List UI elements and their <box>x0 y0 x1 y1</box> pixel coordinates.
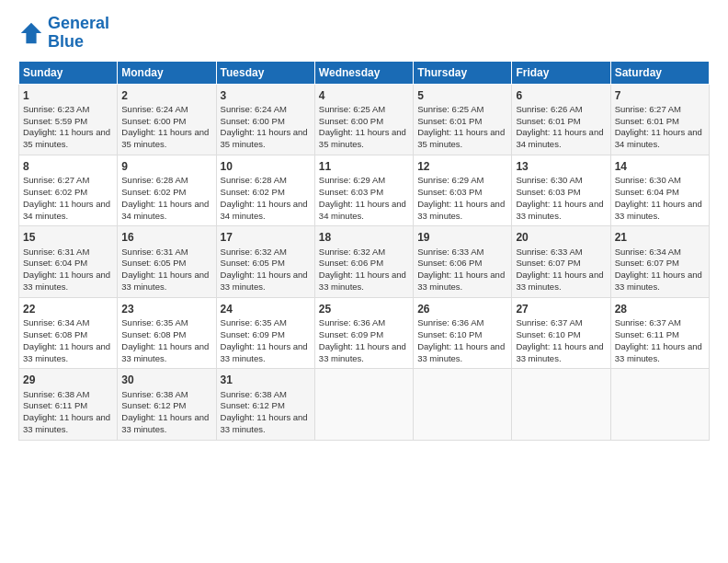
sunrise-label: Sunrise: 6:37 AM <box>615 317 681 327</box>
table-row: 29 Sunrise: 6:38 AM Sunset: 6:11 PM Dayl… <box>19 369 118 440</box>
header-row: Sunday Monday Tuesday Wednesday Thursday… <box>19 61 710 84</box>
sunrise-label: Sunrise: 6:23 AM <box>23 104 89 114</box>
table-row: 24 Sunrise: 6:35 AM Sunset: 6:09 PM Dayl… <box>216 297 314 368</box>
sunrise-label: Sunrise: 6:38 AM <box>221 389 287 399</box>
sunset-label: Sunset: 6:11 PM <box>615 329 679 339</box>
daylight-label: Daylight: 11 hours and 33 minutes. <box>23 270 110 292</box>
day-number: 28 <box>615 302 705 316</box>
table-row: 21 Sunrise: 6:34 AM Sunset: 6:07 PM Dayl… <box>610 226 709 297</box>
sunset-label: Sunset: 6:07 PM <box>516 258 580 268</box>
sunset-label: Sunset: 6:02 PM <box>221 187 285 197</box>
sunrise-label: Sunrise: 6:34 AM <box>615 247 681 257</box>
table-row: 31 Sunrise: 6:38 AM Sunset: 6:12 PM Dayl… <box>216 369 314 440</box>
day-number: 3 <box>221 88 311 103</box>
week-row-4: 22 Sunrise: 6:34 AM Sunset: 6:08 PM Dayl… <box>19 297 710 368</box>
day-number: 15 <box>23 230 113 245</box>
daylight-label: Daylight: 11 hours and 33 minutes. <box>23 341 110 363</box>
sunset-label: Sunset: 6:00 PM <box>319 116 383 126</box>
table-row: 5 Sunrise: 6:25 AM Sunset: 6:01 PM Dayli… <box>414 84 512 155</box>
sunset-label: Sunset: 6:10 PM <box>417 329 482 339</box>
daylight-label: Daylight: 11 hours and 33 minutes. <box>319 270 406 292</box>
sunset-label: Sunset: 6:09 PM <box>319 329 383 339</box>
table-row <box>610 369 709 440</box>
logo-text: General Blue <box>48 15 109 52</box>
daylight-label: Daylight: 11 hours and 33 minutes. <box>221 341 308 363</box>
sunrise-label: Sunrise: 6:26 AM <box>516 104 582 114</box>
table-row: 20 Sunrise: 6:33 AM Sunset: 6:07 PM Dayl… <box>512 226 610 297</box>
sunrise-label: Sunrise: 6:36 AM <box>319 317 385 327</box>
day-number: 9 <box>121 159 211 174</box>
day-number: 17 <box>221 230 311 245</box>
daylight-label: Daylight: 11 hours and 35 minutes. <box>221 127 308 149</box>
table-row: 12 Sunrise: 6:29 AM Sunset: 6:03 PM Dayl… <box>414 155 512 226</box>
sunrise-label: Sunrise: 6:32 AM <box>319 247 385 257</box>
logo-icon <box>18 20 44 46</box>
sunrise-label: Sunrise: 6:38 AM <box>121 389 188 399</box>
week-row-1: 1 Sunrise: 6:23 AM Sunset: 5:59 PM Dayli… <box>19 84 710 155</box>
daylight-label: Daylight: 11 hours and 34 minutes. <box>23 199 110 221</box>
header: General Blue <box>18 15 710 52</box>
table-row: 13 Sunrise: 6:30 AM Sunset: 6:03 PM Dayl… <box>512 155 610 226</box>
daylight-label: Daylight: 11 hours and 35 minutes. <box>23 127 110 149</box>
sunset-label: Sunset: 6:06 PM <box>417 258 482 268</box>
sunset-label: Sunset: 6:01 PM <box>615 116 679 126</box>
sunrise-label: Sunrise: 6:32 AM <box>221 247 287 257</box>
col-friday: Friday <box>512 61 610 84</box>
day-number: 1 <box>23 88 113 103</box>
day-number: 5 <box>417 88 507 103</box>
sunset-label: Sunset: 6:01 PM <box>516 116 580 126</box>
sunset-label: Sunset: 6:10 PM <box>516 329 580 339</box>
col-wednesday: Wednesday <box>314 61 413 84</box>
day-number: 14 <box>615 159 705 174</box>
day-number: 13 <box>516 159 606 174</box>
sunset-label: Sunset: 6:00 PM <box>221 116 285 126</box>
day-number: 11 <box>319 159 409 174</box>
table-row: 25 Sunrise: 6:36 AM Sunset: 6:09 PM Dayl… <box>314 297 413 368</box>
sunrise-label: Sunrise: 6:37 AM <box>516 317 582 327</box>
table-row: 4 Sunrise: 6:25 AM Sunset: 6:00 PM Dayli… <box>314 84 413 155</box>
sunrise-label: Sunrise: 6:33 AM <box>516 247 582 257</box>
sunset-label: Sunset: 6:08 PM <box>23 329 87 339</box>
daylight-label: Daylight: 11 hours and 33 minutes. <box>121 341 209 363</box>
sunrise-label: Sunrise: 6:27 AM <box>23 175 89 185</box>
sunset-label: Sunset: 6:05 PM <box>221 258 285 268</box>
sunset-label: Sunset: 6:09 PM <box>221 329 285 339</box>
daylight-label: Daylight: 11 hours and 33 minutes. <box>615 341 702 363</box>
table-row <box>414 369 512 440</box>
day-number: 10 <box>221 159 311 174</box>
sunrise-label: Sunrise: 6:35 AM <box>121 317 188 327</box>
sunset-label: Sunset: 6:03 PM <box>319 187 383 197</box>
sunset-label: Sunset: 6:02 PM <box>121 187 186 197</box>
daylight-label: Daylight: 11 hours and 34 minutes. <box>516 127 603 149</box>
sunset-label: Sunset: 6:12 PM <box>121 400 186 410</box>
sunrise-label: Sunrise: 6:30 AM <box>516 175 582 185</box>
daylight-label: Daylight: 11 hours and 33 minutes. <box>23 412 110 434</box>
table-row: 6 Sunrise: 6:26 AM Sunset: 6:01 PM Dayli… <box>512 84 610 155</box>
sunset-label: Sunset: 6:04 PM <box>23 258 87 268</box>
table-row: 26 Sunrise: 6:36 AM Sunset: 6:10 PM Dayl… <box>414 297 512 368</box>
table-row: 1 Sunrise: 6:23 AM Sunset: 5:59 PM Dayli… <box>19 84 118 155</box>
table-row: 28 Sunrise: 6:37 AM Sunset: 6:11 PM Dayl… <box>610 297 709 368</box>
col-thursday: Thursday <box>414 61 512 84</box>
week-row-2: 8 Sunrise: 6:27 AM Sunset: 6:02 PM Dayli… <box>19 155 710 226</box>
sunrise-label: Sunrise: 6:25 AM <box>319 104 385 114</box>
table-row: 7 Sunrise: 6:27 AM Sunset: 6:01 PM Dayli… <box>610 84 709 155</box>
day-number: 19 <box>417 230 507 245</box>
table-row: 16 Sunrise: 6:31 AM Sunset: 6:05 PM Dayl… <box>118 226 216 297</box>
table-row: 8 Sunrise: 6:27 AM Sunset: 6:02 PM Dayli… <box>19 155 118 226</box>
day-number: 16 <box>121 230 211 245</box>
daylight-label: Daylight: 11 hours and 33 minutes. <box>417 199 505 221</box>
table-row: 10 Sunrise: 6:28 AM Sunset: 6:02 PM Dayl… <box>216 155 314 226</box>
sunset-label: Sunset: 6:07 PM <box>615 258 679 268</box>
day-number: 24 <box>221 302 311 316</box>
sunrise-label: Sunrise: 6:33 AM <box>417 247 483 257</box>
day-number: 21 <box>615 230 705 245</box>
col-monday: Monday <box>118 61 216 84</box>
sunset-label: Sunset: 5:59 PM <box>23 116 87 126</box>
daylight-label: Daylight: 11 hours and 35 minutes. <box>121 127 209 149</box>
day-number: 31 <box>221 373 311 387</box>
daylight-label: Daylight: 11 hours and 34 minutes. <box>121 199 209 221</box>
daylight-label: Daylight: 11 hours and 33 minutes. <box>121 270 209 292</box>
col-tuesday: Tuesday <box>216 61 314 84</box>
day-number: 18 <box>319 230 409 245</box>
